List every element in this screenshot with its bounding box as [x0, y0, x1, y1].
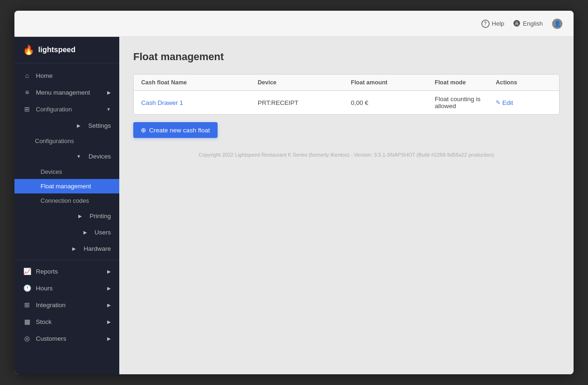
chevron-down-icon: ▼ [76, 154, 81, 159]
top-bar: ? Help 🅐 English 👤 [14, 11, 574, 37]
sidebar-item-devices-sub[interactable]: Devices [14, 165, 119, 179]
table-header: Cash float Name Device Float amount Floa… [134, 75, 559, 91]
sidebar-item-label: Printing [89, 213, 111, 220]
sidebar-item-label: Hours [36, 285, 53, 292]
col-amount: Float amount [351, 79, 435, 86]
sidebar-item-label: Float management [41, 183, 91, 190]
stock-icon: ▦ [23, 318, 31, 325]
sidebar-item-connection-codes[interactable]: Connection codes [14, 193, 119, 208]
col-actions: Actions [496, 79, 552, 86]
sidebar-item-home[interactable]: ⌂ Home [14, 67, 119, 84]
language-label: English [523, 20, 543, 27]
table-row: Cash Drawer 1 PRT:RECEIPT 0,00 € Float c… [134, 91, 559, 114]
sidebar-item-menu-management[interactable]: ≡ Menu management ▶ [14, 84, 119, 101]
chevron-right-icon: ▶ [107, 336, 111, 341]
user-menu-button[interactable]: 👤 [552, 19, 562, 29]
sidebar-item-integration[interactable]: ⊞ Integration ▶ [14, 296, 119, 313]
sidebar-item-label: Home [36, 72, 53, 79]
sidebar-item-users[interactable]: ▶ Users [14, 224, 119, 241]
float-table: Cash float Name Device Float amount Floa… [133, 74, 560, 115]
sidebar-item-label: Settings [88, 122, 111, 129]
sidebar-item-stock[interactable]: ▦ Stock ▶ [14, 313, 119, 330]
col-name: Cash float Name [141, 79, 258, 86]
sidebar-item-label: Customers [36, 335, 66, 342]
mode-value: Float counting is allowed [435, 96, 496, 110]
sidebar-item-label: Hardware [83, 245, 111, 252]
sidebar-item-label: Configuration [36, 106, 72, 113]
app-window: ? Help 🅐 English 👤 🔥 lightspeed ⌂ Home [14, 11, 574, 374]
sidebar: 🔥 lightspeed ⌂ Home ≡ Menu management ▶ … [14, 37, 119, 374]
divider [14, 260, 119, 260]
home-icon: ⌂ [23, 72, 31, 79]
sidebar-item-label: Devices [89, 153, 111, 160]
logo-icon: 🔥 [23, 44, 34, 55]
menu-icon: ≡ [23, 89, 31, 96]
chevron-right-icon: ▶ [78, 213, 82, 219]
amount-value: 0,00 € [351, 99, 435, 106]
clock-icon: 🕐 [23, 284, 31, 292]
logo-text: lightspeed [38, 46, 75, 54]
sidebar-item-label: Users [95, 229, 111, 236]
device-value: PRT:RECEIPT [258, 99, 351, 106]
create-cash-float-button[interactable]: ⊕ Create new cash float [133, 122, 218, 138]
user-avatar-icon: 👤 [552, 19, 562, 29]
chevron-right-icon: ▶ [77, 123, 81, 128]
customers-icon: ◎ [23, 335, 31, 342]
sidebar-item-hours[interactable]: 🕐 Hours ▶ [14, 280, 119, 296]
reports-icon: 📈 [23, 268, 31, 275]
footer-copyright: Copyright 2022 Lightspeed Restaurant K S… [133, 152, 560, 158]
sidebar-item-customers[interactable]: ◎ Customers ▶ [14, 330, 119, 347]
integration-icon: ⊞ [23, 301, 31, 309]
grid-icon: ⊞ [23, 105, 31, 113]
main-content: Float management Cash float Name Device … [119, 37, 574, 374]
edit-label: Edit [502, 99, 513, 106]
sidebar-item-reports[interactable]: 📈 Reports ▶ [14, 263, 119, 280]
chevron-right-icon: ▶ [107, 319, 111, 324]
sidebar-item-float-management[interactable]: Float management [14, 179, 119, 193]
edit-icon: ✎ [496, 99, 500, 106]
chevron-right-icon: ▶ [107, 269, 111, 274]
sidebar-item-label: Integration [36, 302, 66, 309]
top-bar-actions: ? Help 🅐 English 👤 [481, 19, 562, 29]
logo-area: 🔥 lightspeed [14, 37, 119, 63]
sidebar-item-settings[interactable]: ▶ Settings [14, 117, 119, 134]
chevron-right-icon: ▶ [83, 230, 87, 235]
actions-cell: ✎ Edit [496, 99, 552, 106]
sidebar-item-configuration[interactable]: ⊞ Configuration ▼ [14, 101, 119, 117]
help-icon: ? [481, 20, 490, 28]
chevron-down-icon: ▼ [106, 107, 111, 112]
sidebar-item-configurations[interactable]: Configurations [14, 134, 119, 148]
create-button-label: Create new cash float [149, 127, 210, 134]
language-selector[interactable]: 🅐 English [513, 20, 543, 28]
sidebar-item-devices[interactable]: ▼ Devices [14, 148, 119, 165]
help-button[interactable]: ? Help [481, 20, 505, 28]
sidebar-item-label: Reports [36, 268, 58, 275]
col-mode: Float mode [435, 79, 496, 86]
plus-icon: ⊕ [141, 126, 146, 134]
help-label: Help [492, 20, 505, 27]
sidebar-item-label: Stock [36, 318, 52, 325]
edit-link[interactable]: ✎ Edit [496, 99, 552, 106]
page-title: Float management [133, 51, 560, 63]
chevron-right-icon: ▶ [107, 90, 111, 95]
chevron-right-icon: ▶ [107, 302, 111, 308]
main-layout: 🔥 lightspeed ⌂ Home ≡ Menu management ▶ … [14, 37, 574, 374]
sidebar-item-label: Connection codes [41, 197, 89, 204]
sidebar-item-label: Devices [41, 168, 62, 175]
sidebar-item-label: Menu management [36, 89, 90, 96]
cash-float-name[interactable]: Cash Drawer 1 [141, 99, 258, 106]
sidebar-item-hardware[interactable]: ▶ Hardware [14, 241, 119, 257]
sidebar-item-label: Configurations [35, 138, 74, 144]
chevron-right-icon: ▶ [72, 246, 76, 251]
sidebar-item-printing[interactable]: ▶ Printing [14, 208, 119, 224]
chevron-right-icon: ▶ [107, 286, 111, 291]
col-device: Device [258, 79, 351, 86]
language-icon: 🅐 [513, 20, 520, 28]
